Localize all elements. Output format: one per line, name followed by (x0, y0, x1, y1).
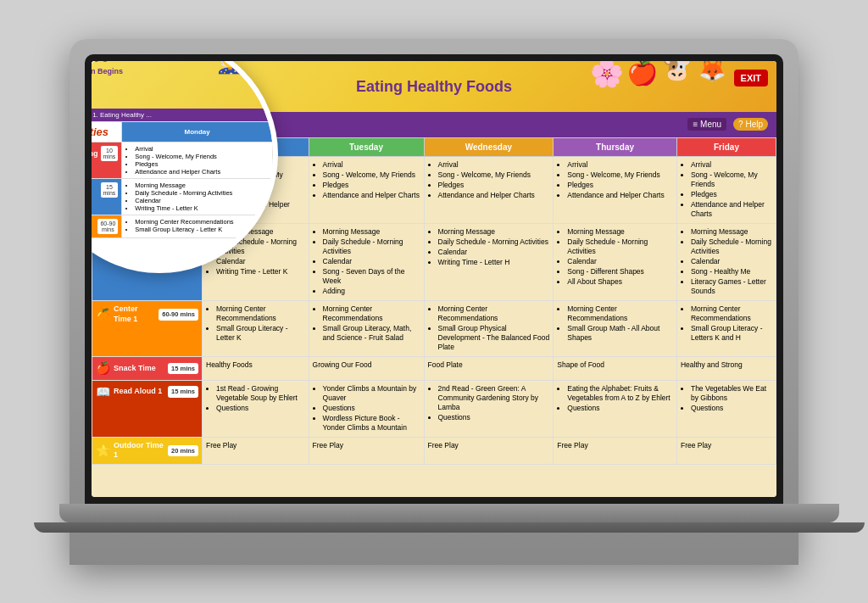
circle-th-monday: Monday (122, 121, 273, 142)
circle-center-item-1: Morning Center Recommendations (135, 218, 268, 226)
circle-tuesday: Morning MessageDaily Schedule - Morning … (309, 223, 424, 300)
circle-center-item-2: Small Group Literacy - Letter K (135, 226, 268, 233)
opening-thursday-list: ArrivalSong - Welcome, My FriendsPledges… (557, 160, 673, 200)
circle-tuesday-item-0: Morning Message (323, 227, 420, 237)
circle-logo-area: Pre-K Education Begins 🧙 (92, 61, 273, 109)
row-center: 🍊 Center Time 1 60-90 mins Morning Cente… (92, 301, 776, 357)
circle-thursday-list: Morning MessageDaily Schedule - Morning … (557, 227, 673, 287)
circle-circle-time: 15 mins (101, 182, 119, 198)
readaloud-tuesday-item-1: Questions (323, 404, 420, 413)
help-button[interactable]: ? Help (733, 118, 768, 131)
apple-decoration: 🍎 (626, 61, 658, 87)
readaloud-thursday: Eating the Alphabet: Fruits & Vegetables… (554, 380, 677, 437)
screen-bezel: 🌸 🍎 🐮 🦊 Eating Healthy Foods EXIT ≡ Menu… (85, 54, 783, 504)
circle-friday-item-0: Morning Message (691, 227, 772, 237)
opening-friday-item-0: Arrival (691, 160, 772, 170)
animal2-decoration: 🦊 (698, 61, 726, 83)
circle-circle-item-2: Daily Schedule - Morning Activities (135, 189, 268, 197)
circle-schedule-table: Activities Monday 🔴 (92, 121, 273, 238)
center-tuesday-list: Morning Center RecommendationsSmall Grou… (313, 304, 420, 343)
circle-monday-item-2: Calendar (216, 257, 305, 266)
center-monday-list: Morning Center RecommendationsSmall Grou… (206, 304, 305, 343)
activity-cell-snack: 🍎 Snack Time 15 mins (92, 357, 203, 380)
activity-inner-center: 🍊 Center Time 1 60-90 mins (96, 304, 198, 324)
circle-circle-row: 🔵 Circle Time 1 15 mins M (92, 178, 273, 215)
circle-circle-list: Morning Message Daily Schedule - Morning… (126, 181, 268, 212)
circle-breadcrumb: Healthy Me / 1. Eating Healthy ... (92, 109, 273, 121)
center-friday-list: Morning Center RecommendationsSmall Grou… (681, 304, 772, 343)
center-monday-item-1: Small Group Literacy - Letter K (216, 324, 305, 343)
circle-wednesday-item-3: Writing Time - Letter H (438, 258, 550, 267)
readaloud-tuesday: Yonder Climbs a Mountain by QuaverQuesti… (309, 380, 424, 437)
readaloud-tuesday-item-0: Yonder Climbs a Mountain by Quaver (323, 384, 420, 403)
readaloud-friday-item-1: Questions (691, 404, 772, 413)
circle-opening-time: 10 mins (101, 146, 119, 161)
activity-inner-readaloud: 📖 Read Aloud 1 15 mins (96, 384, 198, 399)
circle-opening-name: Opening (92, 149, 98, 158)
circle-wednesday-item-1: Daily Schedule - Morning Activities (438, 237, 550, 247)
laptop-screen: 🌸 🍎 🐮 🦊 Eating Healthy Foods EXIT ≡ Menu… (92, 61, 776, 497)
center-thursday-item-1: Small Group Math - All About Shapes (567, 324, 673, 343)
screen-content: 🌸 🍎 🐮 🦊 Eating Healthy Foods EXIT ≡ Menu… (92, 61, 776, 497)
center-friday: Morning Center RecommendationsSmall Grou… (676, 301, 776, 357)
circle-thursday-item-3: Song - Different Shapes (567, 267, 673, 276)
circle-logo: Pre-K Education Begins (92, 61, 123, 75)
banner-title: Eating Healthy Foods (356, 77, 512, 95)
readaloud-wednesday: 2nd Read - Green Green: A Community Gard… (424, 380, 554, 437)
row-readaloud: 📖 Read Aloud 1 15 mins 1st Read - Growin… (92, 380, 776, 437)
readaloud-friday-item-0: The Vegetables We Eat by Gibbons (691, 384, 772, 403)
opening-wednesday: ArrivalSong - Welcome, My FriendsPledges… (424, 156, 554, 223)
center-wednesday-item-1: Small Group Physical Development - The B… (438, 324, 550, 352)
opening-wednesday-item-3: Attendance and Helper Charts (438, 191, 550, 200)
circle-opening-cell: 🔴 Opening 10 mins (92, 142, 121, 165)
center-tuesday-item-1: Small Group Literacy, Math, and Science … (323, 324, 420, 343)
outdoor-tuesday: Free Play (309, 437, 424, 464)
center-name: Center Time 1 (114, 304, 155, 324)
opening-wednesday-item-2: Pledges (438, 181, 550, 190)
circle-opening-item-1: Arrival (135, 145, 268, 153)
center-friday-item-0: Morning Center Recommendations (691, 304, 772, 323)
circle-wednesday: Morning MessageDaily Schedule - Morning … (424, 223, 554, 300)
center-thursday-list: Morning Center RecommendationsSmall Grou… (557, 304, 673, 343)
snack-friday: Healthy and Strong (676, 357, 776, 380)
readaloud-tuesday-list: Yonder Climbs a Mountain by QuaverQuesti… (313, 384, 420, 433)
opening-friday-list: ArrivalSong - Welcome, My FriendsPledges… (681, 160, 772, 219)
circle-monday-item-3: Writing Time - Letter K (216, 267, 305, 276)
circle-wednesday-item-0: Morning Message (438, 227, 550, 237)
readaloud-thursday-item-1: Questions (567, 404, 673, 413)
th-wednesday: Wednesday (424, 137, 554, 156)
laptop-wrapper: 🌸 🍎 🐮 🦊 Eating Healthy Foods EXIT ≡ Menu… (70, 39, 798, 565)
circle-opening-item-4: Attendance and Helper Charts (135, 168, 268, 176)
opening-wednesday-item-1: Song - Welcome, My Friends (438, 170, 550, 180)
snack-tuesday: Growing Our Food (309, 357, 424, 380)
cow-decoration: 🐮 (662, 61, 692, 82)
exit-button[interactable]: EXIT (734, 70, 768, 87)
circle-friday-list: Morning MessageDaily Schedule - Morning … (681, 227, 772, 296)
laptop-body: 🌸 🍎 🐮 🦊 Eating Healthy Foods EXIT ≡ Menu… (70, 39, 798, 565)
opening-tuesday-item-0: Arrival (323, 160, 420, 170)
readaloud-name: Read Aloud 1 (114, 387, 164, 397)
activity-cell-readaloud: 📖 Read Aloud 1 15 mins (92, 380, 203, 437)
center-wednesday-item-0: Morning Center Recommendations (438, 304, 550, 323)
menu-button[interactable]: ≡ Menu (687, 118, 726, 131)
center-friday-item-1: Small Group Literacy - Letters K and H (691, 324, 772, 343)
circle-table-container: Activities Monday 🔴 (92, 121, 273, 238)
circle-opening-item-2: Song - Welcome, My Friends (135, 153, 268, 160)
snack-wednesday: Food Plate (424, 357, 554, 380)
center-wednesday-list: Morning Center RecommendationsSmall Grou… (428, 304, 550, 352)
circle-circle-item-1: Morning Message (135, 181, 268, 189)
circle-thursday-item-2: Calendar (567, 257, 673, 266)
circle-circle-label: 🔵 Circle Time 1 15 mins (92, 178, 122, 215)
activity-inner-snack: 🍎 Snack Time 15 mins (96, 360, 198, 376)
circle-opening-item-3: Pledges (135, 160, 268, 168)
outdoor-time: 20 mins (168, 445, 198, 457)
circle-tuesday-item-4: Adding (323, 287, 420, 296)
outdoor-monday: Free Play (203, 437, 309, 464)
center-thursday: Morning Center RecommendationsSmall Grou… (554, 301, 677, 357)
readaloud-monday-item-1: Questions (216, 404, 305, 413)
opening-tuesday-item-1: Song - Welcome, My Friends (323, 170, 420, 180)
activity-cell-outdoor: ⭐ Outdoor Time 1 20 mins (92, 437, 203, 464)
opening-thursday-item-3: Attendance and Helper Charts (567, 191, 673, 200)
circle-friday-item-2: Calendar (691, 257, 772, 266)
circle-circle-cell: 🔵 Circle Time 1 15 mins (92, 179, 121, 201)
